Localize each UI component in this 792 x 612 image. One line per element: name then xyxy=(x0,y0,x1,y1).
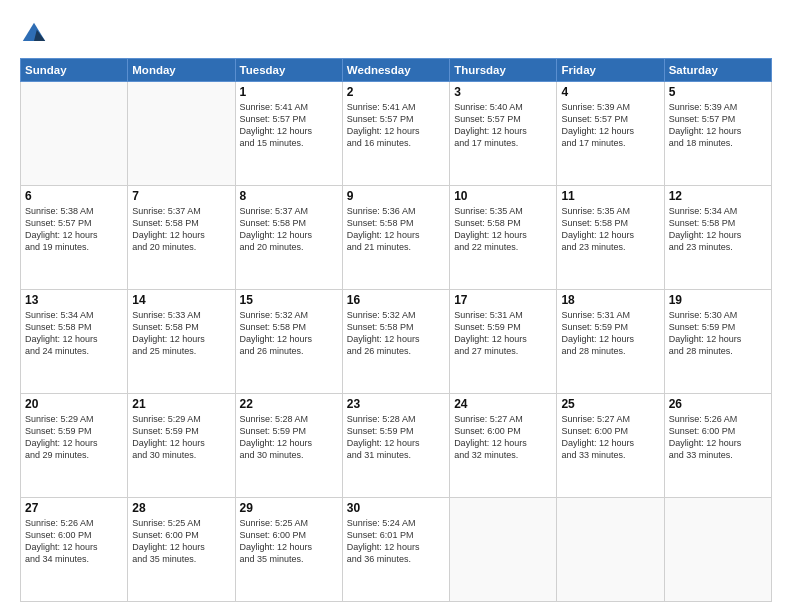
weekday-header-sunday: Sunday xyxy=(21,59,128,82)
day-number: 11 xyxy=(561,189,659,203)
calendar-week-4: 20Sunrise: 5:29 AM Sunset: 5:59 PM Dayli… xyxy=(21,394,772,498)
day-info: Sunrise: 5:37 AM Sunset: 5:58 PM Dayligh… xyxy=(240,205,338,254)
calendar-cell: 22Sunrise: 5:28 AM Sunset: 5:59 PM Dayli… xyxy=(235,394,342,498)
calendar-cell: 2Sunrise: 5:41 AM Sunset: 5:57 PM Daylig… xyxy=(342,82,449,186)
day-info: Sunrise: 5:34 AM Sunset: 5:58 PM Dayligh… xyxy=(669,205,767,254)
day-number: 23 xyxy=(347,397,445,411)
calendar-cell xyxy=(557,498,664,602)
day-info: Sunrise: 5:29 AM Sunset: 5:59 PM Dayligh… xyxy=(25,413,123,462)
day-info: Sunrise: 5:25 AM Sunset: 6:00 PM Dayligh… xyxy=(132,517,230,566)
weekday-header-monday: Monday xyxy=(128,59,235,82)
day-number: 6 xyxy=(25,189,123,203)
day-number: 7 xyxy=(132,189,230,203)
calendar-week-5: 27Sunrise: 5:26 AM Sunset: 6:00 PM Dayli… xyxy=(21,498,772,602)
calendar-cell: 26Sunrise: 5:26 AM Sunset: 6:00 PM Dayli… xyxy=(664,394,771,498)
calendar-cell: 13Sunrise: 5:34 AM Sunset: 5:58 PM Dayli… xyxy=(21,290,128,394)
day-info: Sunrise: 5:26 AM Sunset: 6:00 PM Dayligh… xyxy=(25,517,123,566)
calendar-week-3: 13Sunrise: 5:34 AM Sunset: 5:58 PM Dayli… xyxy=(21,290,772,394)
day-info: Sunrise: 5:33 AM Sunset: 5:58 PM Dayligh… xyxy=(132,309,230,358)
weekday-header-tuesday: Tuesday xyxy=(235,59,342,82)
weekday-header-saturday: Saturday xyxy=(664,59,771,82)
day-number: 27 xyxy=(25,501,123,515)
day-number: 17 xyxy=(454,293,552,307)
day-info: Sunrise: 5:41 AM Sunset: 5:57 PM Dayligh… xyxy=(347,101,445,150)
day-number: 10 xyxy=(454,189,552,203)
day-info: Sunrise: 5:35 AM Sunset: 5:58 PM Dayligh… xyxy=(454,205,552,254)
page: SundayMondayTuesdayWednesdayThursdayFrid… xyxy=(0,0,792,612)
day-info: Sunrise: 5:34 AM Sunset: 5:58 PM Dayligh… xyxy=(25,309,123,358)
day-info: Sunrise: 5:24 AM Sunset: 6:01 PM Dayligh… xyxy=(347,517,445,566)
header xyxy=(20,18,772,48)
calendar-table: SundayMondayTuesdayWednesdayThursdayFrid… xyxy=(20,58,772,602)
day-number: 30 xyxy=(347,501,445,515)
calendar-cell: 21Sunrise: 5:29 AM Sunset: 5:59 PM Dayli… xyxy=(128,394,235,498)
calendar-cell: 8Sunrise: 5:37 AM Sunset: 5:58 PM Daylig… xyxy=(235,186,342,290)
day-info: Sunrise: 5:36 AM Sunset: 5:58 PM Dayligh… xyxy=(347,205,445,254)
day-info: Sunrise: 5:28 AM Sunset: 5:59 PM Dayligh… xyxy=(347,413,445,462)
day-info: Sunrise: 5:39 AM Sunset: 5:57 PM Dayligh… xyxy=(669,101,767,150)
day-number: 22 xyxy=(240,397,338,411)
calendar-cell: 5Sunrise: 5:39 AM Sunset: 5:57 PM Daylig… xyxy=(664,82,771,186)
day-number: 29 xyxy=(240,501,338,515)
logo-icon xyxy=(20,20,48,48)
calendar-cell: 17Sunrise: 5:31 AM Sunset: 5:59 PM Dayli… xyxy=(450,290,557,394)
calendar-cell: 18Sunrise: 5:31 AM Sunset: 5:59 PM Dayli… xyxy=(557,290,664,394)
day-info: Sunrise: 5:41 AM Sunset: 5:57 PM Dayligh… xyxy=(240,101,338,150)
day-info: Sunrise: 5:37 AM Sunset: 5:58 PM Dayligh… xyxy=(132,205,230,254)
day-number: 26 xyxy=(669,397,767,411)
calendar-cell: 23Sunrise: 5:28 AM Sunset: 5:59 PM Dayli… xyxy=(342,394,449,498)
day-info: Sunrise: 5:39 AM Sunset: 5:57 PM Dayligh… xyxy=(561,101,659,150)
calendar-cell: 12Sunrise: 5:34 AM Sunset: 5:58 PM Dayli… xyxy=(664,186,771,290)
calendar-cell: 27Sunrise: 5:26 AM Sunset: 6:00 PM Dayli… xyxy=(21,498,128,602)
calendar-cell: 14Sunrise: 5:33 AM Sunset: 5:58 PM Dayli… xyxy=(128,290,235,394)
day-number: 12 xyxy=(669,189,767,203)
calendar-cell xyxy=(664,498,771,602)
calendar-cell: 10Sunrise: 5:35 AM Sunset: 5:58 PM Dayli… xyxy=(450,186,557,290)
calendar-cell: 6Sunrise: 5:38 AM Sunset: 5:57 PM Daylig… xyxy=(21,186,128,290)
calendar-cell: 3Sunrise: 5:40 AM Sunset: 5:57 PM Daylig… xyxy=(450,82,557,186)
day-number: 18 xyxy=(561,293,659,307)
day-number: 21 xyxy=(132,397,230,411)
day-info: Sunrise: 5:26 AM Sunset: 6:00 PM Dayligh… xyxy=(669,413,767,462)
day-info: Sunrise: 5:31 AM Sunset: 5:59 PM Dayligh… xyxy=(454,309,552,358)
day-info: Sunrise: 5:35 AM Sunset: 5:58 PM Dayligh… xyxy=(561,205,659,254)
day-info: Sunrise: 5:32 AM Sunset: 5:58 PM Dayligh… xyxy=(240,309,338,358)
calendar-cell: 15Sunrise: 5:32 AM Sunset: 5:58 PM Dayli… xyxy=(235,290,342,394)
day-number: 3 xyxy=(454,85,552,99)
day-number: 2 xyxy=(347,85,445,99)
calendar-cell xyxy=(21,82,128,186)
day-number: 28 xyxy=(132,501,230,515)
day-info: Sunrise: 5:28 AM Sunset: 5:59 PM Dayligh… xyxy=(240,413,338,462)
calendar-cell: 11Sunrise: 5:35 AM Sunset: 5:58 PM Dayli… xyxy=(557,186,664,290)
day-number: 4 xyxy=(561,85,659,99)
calendar-week-2: 6Sunrise: 5:38 AM Sunset: 5:57 PM Daylig… xyxy=(21,186,772,290)
day-number: 9 xyxy=(347,189,445,203)
calendar-cell: 19Sunrise: 5:30 AM Sunset: 5:59 PM Dayli… xyxy=(664,290,771,394)
calendar-cell: 4Sunrise: 5:39 AM Sunset: 5:57 PM Daylig… xyxy=(557,82,664,186)
day-number: 15 xyxy=(240,293,338,307)
day-info: Sunrise: 5:32 AM Sunset: 5:58 PM Dayligh… xyxy=(347,309,445,358)
calendar-header: SundayMondayTuesdayWednesdayThursdayFrid… xyxy=(21,59,772,82)
calendar-cell: 20Sunrise: 5:29 AM Sunset: 5:59 PM Dayli… xyxy=(21,394,128,498)
day-number: 14 xyxy=(132,293,230,307)
day-info: Sunrise: 5:40 AM Sunset: 5:57 PM Dayligh… xyxy=(454,101,552,150)
calendar-cell: 24Sunrise: 5:27 AM Sunset: 6:00 PM Dayli… xyxy=(450,394,557,498)
day-info: Sunrise: 5:38 AM Sunset: 5:57 PM Dayligh… xyxy=(25,205,123,254)
calendar-cell: 28Sunrise: 5:25 AM Sunset: 6:00 PM Dayli… xyxy=(128,498,235,602)
day-info: Sunrise: 5:29 AM Sunset: 5:59 PM Dayligh… xyxy=(132,413,230,462)
calendar-cell: 9Sunrise: 5:36 AM Sunset: 5:58 PM Daylig… xyxy=(342,186,449,290)
day-number: 1 xyxy=(240,85,338,99)
calendar-cell: 16Sunrise: 5:32 AM Sunset: 5:58 PM Dayli… xyxy=(342,290,449,394)
calendar-cell: 7Sunrise: 5:37 AM Sunset: 5:58 PM Daylig… xyxy=(128,186,235,290)
day-number: 20 xyxy=(25,397,123,411)
calendar-cell xyxy=(450,498,557,602)
weekday-row: SundayMondayTuesdayWednesdayThursdayFrid… xyxy=(21,59,772,82)
day-info: Sunrise: 5:27 AM Sunset: 6:00 PM Dayligh… xyxy=(454,413,552,462)
day-number: 13 xyxy=(25,293,123,307)
day-info: Sunrise: 5:31 AM Sunset: 5:59 PM Dayligh… xyxy=(561,309,659,358)
calendar-cell: 25Sunrise: 5:27 AM Sunset: 6:00 PM Dayli… xyxy=(557,394,664,498)
calendar-body: 1Sunrise: 5:41 AM Sunset: 5:57 PM Daylig… xyxy=(21,82,772,602)
day-number: 19 xyxy=(669,293,767,307)
day-info: Sunrise: 5:30 AM Sunset: 5:59 PM Dayligh… xyxy=(669,309,767,358)
calendar-cell xyxy=(128,82,235,186)
